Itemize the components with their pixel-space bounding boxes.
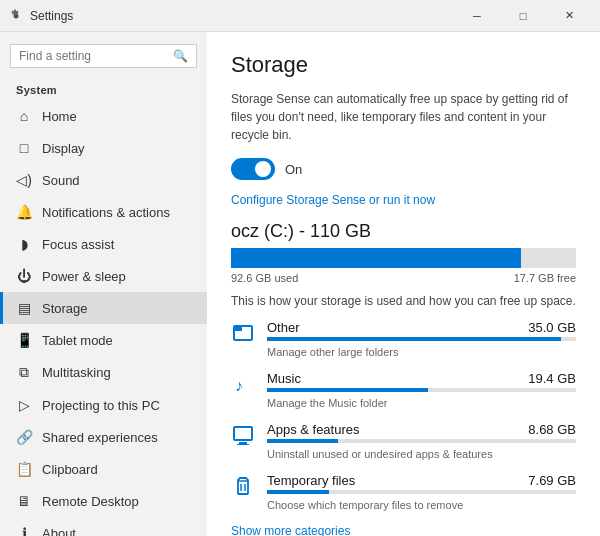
sidebar-item-tablet[interactable]: 📱 Tablet mode	[0, 324, 207, 356]
minimize-button[interactable]: ─	[454, 0, 500, 32]
sidebar-item-power[interactable]: ⏻ Power & sleep	[0, 260, 207, 292]
display-icon: □	[16, 140, 32, 156]
titlebar-left: Settings	[8, 8, 73, 24]
sidebar-item-label-remote: Remote Desktop	[42, 494, 139, 509]
multitasking-icon: ⧉	[16, 364, 32, 381]
sidebar-item-multitasking[interactable]: ⧉ Multitasking	[0, 356, 207, 389]
storage-sense-description: Storage Sense can automatically free up …	[231, 90, 576, 144]
music-top: Music 19.4 GB	[267, 371, 576, 386]
other-name: Other	[267, 320, 300, 335]
other-body: Other 35.0 GB Manage other large folders	[267, 320, 576, 359]
home-icon: ⌂	[16, 108, 32, 124]
storage-icon: ▤	[16, 300, 32, 316]
apps-body: Apps & features 8.68 GB Uninstall unused…	[267, 422, 576, 461]
other-icon	[231, 322, 255, 349]
storage-sense-toggle-row: On	[231, 158, 576, 180]
sidebar-item-projecting[interactable]: ▷ Projecting to this PC	[0, 389, 207, 421]
music-bar-fill	[267, 388, 428, 392]
other-bar	[267, 337, 576, 341]
sidebar-item-label-display: Display	[42, 141, 85, 156]
sidebar-item-notifications[interactable]: 🔔 Notifications & actions	[0, 196, 207, 228]
music-size: 19.4 GB	[528, 371, 576, 386]
sidebar-item-label-clipboard: Clipboard	[42, 462, 98, 477]
apps-top: Apps & features 8.68 GB	[267, 422, 576, 437]
storage-item-music[interactable]: ♪ Music 19.4 GB Manage the Music folder	[231, 371, 576, 410]
storage-bar-labels: 92.6 GB used 17.7 GB free	[231, 272, 576, 284]
sidebar-item-display[interactable]: □ Display	[0, 132, 207, 164]
maximize-button[interactable]: □	[500, 0, 546, 32]
music-bar	[267, 388, 576, 392]
show-more-link[interactable]: Show more categories	[231, 524, 576, 536]
sidebar-item-label-notifications: Notifications & actions	[42, 205, 170, 220]
clipboard-icon: 📋	[16, 461, 32, 477]
shared-icon: 🔗	[16, 429, 32, 445]
settings-icon	[8, 8, 24, 24]
titlebar-controls: ─ □ ✕	[454, 0, 592, 32]
apps-name: Apps & features	[267, 422, 360, 437]
sidebar-item-home[interactable]: ⌂ Home	[0, 100, 207, 132]
sidebar-item-label-projecting: Projecting to this PC	[42, 398, 160, 413]
other-size: 35.0 GB	[528, 320, 576, 335]
temp-name: Temporary files	[267, 473, 355, 488]
svg-rect-5	[239, 442, 247, 444]
temp-sub: Choose which temporary files to remove	[267, 499, 463, 511]
storage-sense-toggle[interactable]	[231, 158, 275, 180]
sidebar-item-label-power: Power & sleep	[42, 269, 126, 284]
projecting-icon: ▷	[16, 397, 32, 413]
toggle-label: On	[285, 162, 302, 177]
apps-sub: Uninstall unused or undesired apps & fea…	[267, 448, 493, 460]
other-bar-fill	[267, 337, 561, 341]
temp-top: Temporary files 7.69 GB	[267, 473, 576, 488]
sidebar-item-remote[interactable]: 🖥 Remote Desktop	[0, 485, 207, 517]
temp-bar	[267, 490, 576, 494]
storage-item-other[interactable]: Other 35.0 GB Manage other large folders	[231, 320, 576, 359]
sidebar-item-label-focus: Focus assist	[42, 237, 114, 252]
music-sub: Manage the Music folder	[267, 397, 387, 409]
storage-item-temp[interactable]: Temporary files 7.69 GB Choose which tem…	[231, 473, 576, 512]
app-body: 🔍 System ⌂ Home □ Display ◁) Sound 🔔 Not…	[0, 32, 600, 536]
free-label: 17.7 GB free	[514, 272, 576, 284]
sound-icon: ◁)	[16, 172, 32, 188]
main-content: Storage Storage Sense can automatically …	[207, 32, 600, 536]
sidebar-item-clipboard[interactable]: 📋 Clipboard	[0, 453, 207, 485]
apps-size: 8.68 GB	[528, 422, 576, 437]
sidebar-item-storage[interactable]: ▤ Storage	[0, 292, 207, 324]
apps-bar-fill	[267, 439, 338, 443]
music-name: Music	[267, 371, 301, 386]
configure-storage-link[interactable]: Configure Storage Sense or run it now	[231, 193, 435, 207]
search-icon: 🔍	[173, 49, 188, 63]
other-top: Other 35.0 GB	[267, 320, 576, 335]
sidebar-item-sound[interactable]: ◁) Sound	[0, 164, 207, 196]
sidebar-search-container[interactable]: 🔍	[10, 44, 197, 68]
sidebar-item-label-sound: Sound	[42, 173, 80, 188]
storage-item-apps[interactable]: Apps & features 8.68 GB Uninstall unused…	[231, 422, 576, 461]
temp-bar-fill	[267, 490, 329, 494]
sidebar-item-label-home: Home	[42, 109, 77, 124]
sidebar-item-focus[interactable]: ◗ Focus assist	[0, 228, 207, 260]
storage-bar-used	[231, 248, 521, 268]
apps-bar	[267, 439, 576, 443]
close-button[interactable]: ✕	[546, 0, 592, 32]
sidebar-item-label-storage: Storage	[42, 301, 88, 316]
notifications-icon: 🔔	[16, 204, 32, 220]
about-icon: ℹ	[16, 525, 32, 536]
temp-body: Temporary files 7.69 GB Choose which tem…	[267, 473, 576, 512]
remote-icon: 🖥	[16, 493, 32, 509]
titlebar: Settings ─ □ ✕	[0, 0, 600, 32]
sidebar-item-about[interactable]: ℹ About	[0, 517, 207, 536]
temp-size: 7.69 GB	[528, 473, 576, 488]
search-input[interactable]	[19, 49, 173, 63]
titlebar-title: Settings	[30, 9, 73, 23]
svg-text:♪: ♪	[235, 377, 243, 394]
page-title: Storage	[231, 52, 576, 78]
svg-rect-4	[234, 427, 252, 440]
sidebar-item-shared[interactable]: 🔗 Shared experiences	[0, 421, 207, 453]
storage-bar-container	[231, 248, 576, 268]
power-icon: ⏻	[16, 268, 32, 284]
drive-title: ocz (C:) - 110 GB	[231, 221, 576, 242]
sidebar-item-label-tablet: Tablet mode	[42, 333, 113, 348]
sidebar: 🔍 System ⌂ Home □ Display ◁) Sound 🔔 Not…	[0, 32, 207, 536]
svg-rect-6	[237, 444, 249, 445]
used-label: 92.6 GB used	[231, 272, 298, 284]
focus-icon: ◗	[16, 236, 32, 252]
